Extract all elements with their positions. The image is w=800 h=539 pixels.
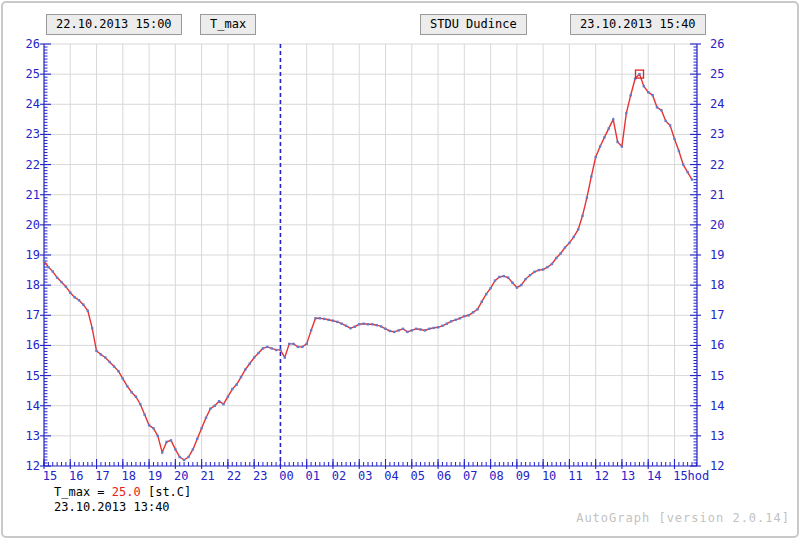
data-point-marker: [47, 266, 49, 268]
data-point-marker: [358, 323, 360, 325]
x-tick-label: 16: [63, 469, 89, 483]
data-point-marker: [135, 396, 137, 398]
data-point-marker: [117, 370, 119, 372]
data-point-marker: [616, 141, 618, 143]
y-tick-label-right: 26: [710, 37, 744, 51]
data-point-marker: [306, 343, 308, 345]
app-version-label: AutoGraph [version 2.0.14]: [576, 511, 790, 525]
data-point-marker: [200, 427, 202, 429]
data-point-marker: [69, 292, 71, 294]
data-point-marker: [669, 124, 671, 126]
data-point-marker: [564, 246, 566, 248]
data-point-marker: [87, 310, 89, 312]
data-point-marker: [227, 396, 229, 398]
x-tick-label: 03: [352, 469, 378, 483]
temperature-series-line: [44, 74, 692, 460]
data-point-marker: [165, 441, 167, 443]
data-point-marker: [446, 323, 448, 325]
data-point-marker: [73, 296, 75, 298]
y-tick-label-left: 13: [6, 429, 40, 443]
data-point-marker: [428, 328, 430, 330]
data-point-marker: [148, 424, 150, 426]
y-tick-label-left: 25: [6, 67, 40, 81]
max-value-annotation: T_max = 25.0 [st.C]: [54, 485, 191, 499]
max-value-number: 25.0: [112, 485, 141, 499]
data-point-marker: [524, 278, 526, 280]
data-point-marker: [546, 266, 548, 268]
data-point-marker: [397, 329, 399, 331]
y-tick-label-right: 19: [710, 248, 744, 262]
data-point-marker: [481, 301, 483, 303]
data-point-marker: [240, 376, 242, 378]
y-tick-label-right: 24: [710, 97, 744, 111]
data-point-marker: [78, 299, 80, 301]
data-point-marker: [437, 326, 439, 328]
data-point-marker: [472, 311, 474, 313]
data-point-marker: [179, 456, 181, 458]
y-tick-label-left: 19: [6, 248, 40, 262]
data-point-marker: [415, 328, 417, 330]
data-point-marker: [459, 317, 461, 319]
x-tick-label: 10: [536, 469, 562, 483]
data-point-marker: [161, 451, 163, 453]
data-point-marker: [279, 349, 281, 351]
y-tick-label-right: 21: [710, 188, 744, 202]
x-tick-label: 23: [247, 469, 273, 483]
data-point-marker: [590, 175, 592, 177]
data-point-marker: [327, 319, 329, 321]
data-point-marker: [319, 317, 321, 319]
data-point-marker: [292, 343, 294, 345]
data-point-marker: [573, 236, 575, 238]
x-tick-label: 22: [221, 469, 247, 483]
data-point-marker: [538, 269, 540, 271]
data-point-marker: [170, 439, 172, 441]
y-tick-label-right: 15: [710, 369, 744, 383]
x-tick-label: 12: [589, 469, 615, 483]
data-point-marker: [498, 276, 500, 278]
data-point-marker: [332, 320, 334, 322]
y-tick-label-left: 21: [6, 188, 40, 202]
data-point-marker: [271, 347, 273, 349]
data-point-marker: [450, 320, 452, 322]
x-tick-label: 02: [326, 469, 352, 483]
data-point-marker: [367, 323, 369, 325]
x-tick-label: 14: [641, 469, 667, 483]
data-point-marker: [144, 414, 146, 416]
y-tick-label-left: 24: [6, 97, 40, 111]
data-point-marker: [612, 118, 614, 120]
data-point-marker: [665, 120, 667, 122]
data-point-marker: [297, 346, 299, 348]
data-point-marker: [52, 270, 54, 272]
data-point-marker: [82, 304, 84, 306]
data-point-marker: [384, 328, 386, 330]
data-point-marker: [454, 319, 456, 321]
data-point-marker: [468, 314, 470, 316]
data-point-marker: [411, 329, 413, 331]
data-point-marker: [284, 356, 286, 358]
data-point-marker: [214, 405, 216, 407]
data-point-marker: [371, 323, 373, 325]
data-point-marker: [625, 112, 627, 114]
x-tick-label: 19: [142, 469, 168, 483]
x-tick-label: 20: [168, 469, 194, 483]
autograph-chart: 22.10.2013 15:00 T_max STDU Dudince 23.1…: [0, 0, 800, 539]
x-tick-label: 15: [37, 469, 63, 483]
y-tick-label-right: 13: [710, 429, 744, 443]
data-point-marker: [651, 94, 653, 96]
y-tick-label-left: 22: [6, 158, 40, 172]
data-point-marker: [109, 361, 111, 363]
data-point-marker: [349, 327, 351, 329]
data-point-marker: [441, 325, 443, 327]
data-point-marker: [673, 138, 675, 140]
data-point-marker: [581, 215, 583, 217]
y-tick-label-right: 20: [710, 218, 744, 232]
data-point-marker: [476, 308, 478, 310]
data-point-marker: [424, 329, 426, 331]
data-point-marker: [656, 106, 658, 108]
data-point-marker: [586, 197, 588, 199]
data-point-marker: [638, 73, 640, 75]
data-point-marker: [463, 315, 465, 317]
data-point-marker: [113, 365, 115, 367]
x-tick-label: 21: [195, 469, 221, 483]
y-tick-label-left: 14: [6, 399, 40, 413]
